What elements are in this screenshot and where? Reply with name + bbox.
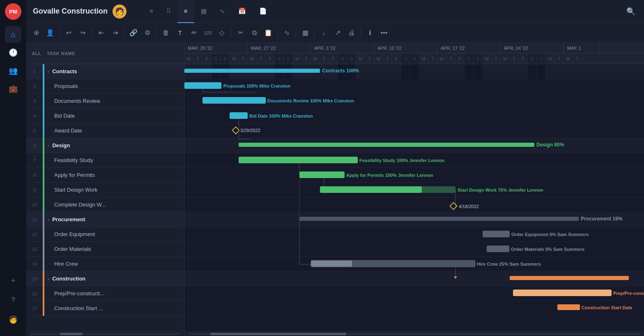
table-row[interactable]: 13 Order Materials <box>26 242 184 257</box>
nav-avatar[interactable]: 🧑 <box>5 311 21 328</box>
day-cell: M <box>230 53 239 64</box>
gantt-bar-docs-review[interactable] <box>202 97 266 104</box>
gantt-bar-contracts-group[interactable] <box>184 69 320 73</box>
cut-button[interactable]: ✂ <box>234 26 247 39</box>
search-icon[interactable]: 🔍 <box>624 5 637 18</box>
table-row[interactable]: 9 Start Design Work <box>26 183 184 197</box>
expand-icon[interactable]: ▪ <box>48 218 49 222</box>
gantt-scrollbar-thumb[interactable] <box>210 333 346 335</box>
outdent-button[interactable]: ⇤ <box>94 26 108 39</box>
date-group-mar20: MAR, 20 '22 <box>184 43 248 53</box>
app-logo[interactable]: PM <box>5 3 21 20</box>
gantt-milestone-award[interactable] <box>232 127 239 134</box>
project-avatar[interactable]: 🧑 <box>113 5 126 19</box>
link-button[interactable]: 🔗 <box>127 26 140 39</box>
tab-gantt[interactable]: ≡ <box>177 0 194 23</box>
day-cell: T <box>573 53 582 64</box>
table-row[interactable]: 5 Award Date <box>26 123 184 138</box>
table-row[interactable]: 12 Order Equipment <box>26 227 184 242</box>
gantt-scrollbar[interactable] <box>184 331 644 336</box>
table-row[interactable]: 11 ▪ Procurement <box>26 212 184 227</box>
tab-columns[interactable]: ⠿ <box>160 0 177 23</box>
number-button[interactable]: 123 <box>201 26 214 39</box>
assign-button[interactable]: 👤 <box>44 26 57 39</box>
day-cell: F <box>329 53 338 64</box>
table-row[interactable]: 16 Prep/Pre-constructi... <box>26 286 184 301</box>
tab-chart[interactable]: ∿ <box>213 0 232 23</box>
undo-button[interactable]: ↩ <box>62 26 75 39</box>
nav-add[interactable]: ＋ <box>5 272 21 288</box>
day-cell: M <box>356 53 365 64</box>
table-row[interactable]: 4 Bid Date <box>26 109 184 123</box>
construction-arrow <box>454 276 457 279</box>
columns-button[interactable]: ▦ <box>299 26 312 39</box>
baseline-button[interactable]: ∿ <box>280 26 293 39</box>
toolbar-divider-8 <box>314 28 315 38</box>
table-row[interactable]: 2 Proposals <box>26 79 184 94</box>
tab-board[interactable]: ▦ <box>194 0 213 23</box>
copy-button[interactable]: ⧉ <box>248 26 261 39</box>
gantt-scrollbar-track[interactable] <box>188 333 641 335</box>
table-row[interactable]: 10 Complete Design W... <box>26 197 184 212</box>
gantt-bar-order-materials[interactable] <box>487 246 509 252</box>
delete-button[interactable]: 🗑 <box>159 26 172 39</box>
day-cell: T <box>193 53 202 64</box>
gantt-bar-permits[interactable] <box>299 171 345 178</box>
table-row[interactable]: 8 Apply for Permits <box>26 168 184 183</box>
nav-people[interactable]: 👥 <box>5 63 21 79</box>
unlink-button[interactable]: ⚙ <box>141 26 154 39</box>
date-group-apr10: APR, 10 '22 <box>374 43 437 53</box>
table-row[interactable]: 14 Hire Crew <box>26 257 184 271</box>
nav-briefcase[interactable]: 💼 <box>5 81 21 97</box>
gantt-bar-prep[interactable] <box>513 290 612 296</box>
table-row[interactable]: 1 ▪ Contracts <box>26 64 184 79</box>
gantt-bar-procurement-group[interactable] <box>299 217 579 221</box>
more-button[interactable]: ••• <box>377 26 391 39</box>
info-button[interactable]: ℹ <box>363 26 377 39</box>
gantt-bar-design-group[interactable] <box>239 143 534 147</box>
share-button[interactable]: ↗ <box>331 26 344 39</box>
table-row[interactable]: 7 Feasibility Study <box>26 153 184 168</box>
paint-button[interactable]: ✏ <box>187 26 200 39</box>
tab-calendar[interactable]: 📅 <box>232 0 253 23</box>
redo-button[interactable]: ↪ <box>76 26 89 39</box>
table-row[interactable]: 6 ▪ Design <box>26 138 184 153</box>
download-button[interactable]: ↓ <box>317 26 330 39</box>
table-row[interactable]: 15 ▪ Construction <box>26 271 184 286</box>
gantt-bar-construction-group[interactable] <box>510 276 629 280</box>
task-list-scrollbar[interactable] <box>26 331 184 336</box>
expand-icon[interactable]: ▪ <box>48 277 49 281</box>
milestone-button[interactable]: ◇ <box>215 26 228 39</box>
nav-sidebar: PM ⌂ 🕐 👥 💼 ＋ ？ 🧑 <box>0 0 26 336</box>
paste-button[interactable]: 📋 <box>262 26 275 39</box>
header-all[interactable]: ALL <box>26 51 47 56</box>
add-task-button[interactable]: ⊕ <box>30 26 43 39</box>
content-area: ALL TASK NAME 1 ▪ Contracts 2 Pro <box>26 43 644 336</box>
gantt-bar-order-equip[interactable] <box>483 231 510 237</box>
nav-recent[interactable]: 🕐 <box>5 44 21 61</box>
date-group-apr3: APR, 3 '22 <box>311 43 374 53</box>
scrollbar-track[interactable] <box>30 333 181 335</box>
gantt-milestone-design[interactable] <box>450 203 457 210</box>
expand-icon[interactable]: ▪ <box>48 144 49 148</box>
gantt-bar-proposals[interactable] <box>184 82 221 89</box>
nav-home[interactable]: ⌂ <box>5 26 21 43</box>
day-cell: M <box>546 53 555 64</box>
gantt-bar-construction-start[interactable] <box>557 304 580 310</box>
tab-doc[interactable]: 📄 <box>253 0 274 23</box>
gantt-bar-bid-date[interactable] <box>230 112 248 119</box>
scrollbar-thumb[interactable] <box>60 333 83 335</box>
indent-button[interactable]: ⇥ <box>108 26 122 39</box>
print-button[interactable]: 🖨 <box>345 26 358 39</box>
gantt-bar-design-work[interactable] <box>320 186 422 193</box>
table-row[interactable]: 3 Documents Review <box>26 94 184 109</box>
gantt-body: Contracts 100% Proposals 100% Mike Crans… <box>184 64 644 336</box>
expand-icon[interactable]: ▪ <box>48 70 49 74</box>
tab-list[interactable]: ≡ <box>143 0 160 23</box>
day-cell: S <box>347 53 356 64</box>
text-button[interactable]: T <box>173 26 186 39</box>
table-row[interactable]: 17 Construction Start ... <box>26 301 184 316</box>
gantt-bar-feasibility[interactable] <box>239 157 358 163</box>
nav-help[interactable]: ？ <box>5 292 21 308</box>
gantt-bar-hire-crew[interactable] <box>311 260 475 267</box>
